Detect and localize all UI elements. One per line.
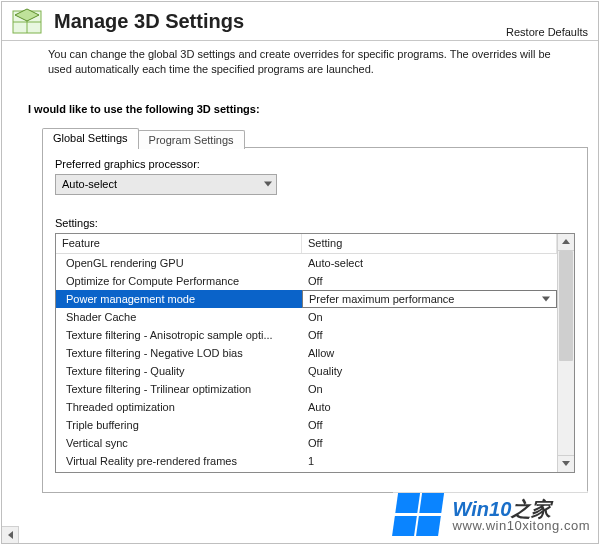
tab-panel-global: Preferred graphics processor: Auto-selec…: [42, 147, 588, 493]
cell-setting: 1: [302, 452, 557, 470]
cell-setting: Quality: [302, 362, 557, 380]
table-row[interactable]: Triple bufferingOff: [56, 416, 557, 434]
chevron-down-icon: [562, 461, 570, 466]
header: Manage 3D Settings Restore Defaults: [2, 2, 598, 38]
watermark-url: www.win10xitong.com: [453, 519, 590, 532]
table-row[interactable]: Texture filtering - Negative LOD biasAll…: [56, 344, 557, 362]
tab-global-settings[interactable]: Global Settings: [42, 128, 139, 148]
horizontal-scroll-left-button[interactable]: [2, 526, 19, 543]
column-header-feature[interactable]: Feature: [56, 234, 302, 253]
nvidia-3d-icon: [10, 6, 46, 36]
preferred-processor-value: Auto-select: [62, 178, 117, 190]
table-row[interactable]: Shader CacheOn: [56, 308, 557, 326]
cell-setting: Allow: [302, 344, 557, 362]
watermark-text: Win10之家 www.win10xitong.com: [453, 499, 590, 532]
cell-setting: Auto: [302, 398, 557, 416]
cell-feature: Shader Cache: [56, 308, 302, 326]
section-heading: I would like to use the following 3D set…: [28, 103, 598, 115]
table-row[interactable]: Virtual Reality pre-rendered frames1: [56, 452, 557, 470]
scroll-up-button[interactable]: [558, 234, 574, 251]
cell-feature: Virtual Reality pre-rendered frames: [56, 452, 302, 470]
scroll-thumb[interactable]: [559, 251, 573, 361]
cell-setting: Off: [302, 434, 557, 452]
cell-feature: Texture filtering - Negative LOD bias: [56, 344, 302, 362]
settings-grid: Feature Setting OpenGL rendering GPUAuto…: [56, 234, 557, 472]
cell-feature: Optimize for Compute Performance: [56, 272, 302, 290]
table-row[interactable]: OpenGL rendering GPUAuto-select: [56, 254, 557, 272]
table-row[interactable]: Threaded optimizationAuto: [56, 398, 557, 416]
cell-setting: Auto-select: [302, 254, 557, 272]
column-header-setting[interactable]: Setting: [302, 234, 557, 253]
header-divider: [2, 40, 598, 41]
tabs-bar: Global Settings Program Settings: [42, 125, 598, 147]
cell-setting: Off: [302, 326, 557, 344]
watermark-brand-cn: 之家: [511, 498, 551, 520]
setting-select-value: Prefer maximum performance: [309, 290, 455, 308]
cell-setting: Off: [302, 272, 557, 290]
settings-table: Feature Setting OpenGL rendering GPUAuto…: [55, 233, 575, 473]
cell-setting: Prefer maximum performance: [302, 290, 557, 308]
table-row[interactable]: Texture filtering - Trilinear optimizati…: [56, 380, 557, 398]
table-header: Feature Setting: [56, 234, 557, 254]
cell-feature: Triple buffering: [56, 416, 302, 434]
cell-feature: Texture filtering - Trilinear optimizati…: [56, 380, 302, 398]
setting-select[interactable]: Prefer maximum performance: [302, 290, 557, 308]
cell-feature: Texture filtering - Anisotropic sample o…: [56, 326, 302, 344]
table-row[interactable]: Optimize for Compute PerformanceOff: [56, 272, 557, 290]
scroll-down-button[interactable]: [558, 455, 574, 472]
table-row[interactable]: Texture filtering - Anisotropic sample o…: [56, 326, 557, 344]
cell-feature: Vertical sync: [56, 434, 302, 452]
window-frame: Manage 3D Settings Restore Defaults You …: [1, 1, 599, 544]
preferred-processor-label: Preferred graphics processor:: [55, 158, 575, 170]
cell-setting: On: [302, 308, 557, 326]
cell-feature: Texture filtering - Quality: [56, 362, 302, 380]
table-row[interactable]: Power management modePrefer maximum perf…: [56, 290, 557, 308]
watermark: Win10之家 www.win10xitong.com: [393, 491, 592, 539]
chevron-down-icon: [264, 182, 272, 187]
cell-setting: On: [302, 380, 557, 398]
table-row[interactable]: Texture filtering - QualityQuality: [56, 362, 557, 380]
settings-label: Settings:: [55, 217, 575, 229]
chevron-left-icon: [8, 531, 13, 539]
page-title: Manage 3D Settings: [54, 10, 244, 33]
tab-program-settings[interactable]: Program Settings: [138, 130, 245, 149]
restore-defaults-link[interactable]: Restore Defaults: [506, 26, 588, 38]
cell-setting: Off: [302, 416, 557, 434]
cell-feature: OpenGL rendering GPU: [56, 254, 302, 272]
preferred-processor-select[interactable]: Auto-select: [55, 174, 277, 195]
vertical-scrollbar[interactable]: [557, 234, 574, 472]
cell-feature: Power management mode: [56, 290, 302, 308]
chevron-up-icon: [562, 239, 570, 244]
description-text: You can change the global 3D settings an…: [2, 47, 598, 77]
windows-logo-icon: [392, 493, 446, 537]
table-row[interactable]: Vertical syncOff: [56, 434, 557, 452]
watermark-brand-en: Win10: [453, 498, 512, 520]
cell-feature: Threaded optimization: [56, 398, 302, 416]
chevron-down-icon: [542, 296, 550, 301]
